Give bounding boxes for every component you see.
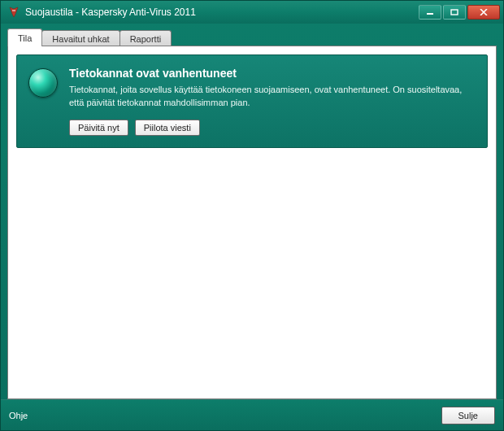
- tab-panel: Tietokannat ovat vanhentuneet Tietokanna…: [7, 46, 497, 399]
- svg-rect-0: [427, 13, 433, 15]
- alert-heading: Tietokannat ovat vanhentuneet: [69, 67, 474, 80]
- help-link[interactable]: Ohje: [9, 411, 441, 420]
- window-controls: [419, 5, 500, 20]
- minimize-button[interactable]: [419, 5, 441, 20]
- alert-box: Tietokannat ovat vanhentuneet Tietokanna…: [16, 54, 488, 148]
- tabs-row: Tila Havaitut uhkat Raportti: [7, 28, 497, 46]
- tab-detected-threats[interactable]: Havaitut uhkat: [41, 30, 119, 46]
- tab-report[interactable]: Raportti: [119, 30, 172, 46]
- svg-rect-1: [451, 10, 458, 15]
- maximize-button[interactable]: [443, 5, 466, 20]
- tab-label: Tila: [18, 33, 32, 43]
- hide-message-button[interactable]: Piilota viesti: [135, 120, 200, 136]
- tab-status[interactable]: Tila: [7, 28, 42, 46]
- tab-label: Havaitut uhkat: [52, 34, 109, 44]
- close-window-button[interactable]: [467, 5, 500, 20]
- alert-body: Tietokannat, joita sovellus käyttää tiet…: [69, 84, 474, 110]
- status-orb-icon: [28, 68, 58, 98]
- content-area: Tila Havaitut uhkat Raportti Tietokannat…: [7, 28, 497, 399]
- titlebar[interactable]: Suojaustila - Kaspersky Anti-Virus 2011: [1, 1, 503, 24]
- footer: Ohje Sulje: [1, 399, 503, 430]
- alert-buttons: Päivitä nyt Piilota viesti: [69, 120, 474, 136]
- tab-label: Raportti: [130, 34, 162, 44]
- app-icon: [7, 6, 20, 19]
- alert-text: Tietokannat ovat vanhentuneet Tietokanna…: [69, 67, 474, 136]
- close-button[interactable]: Sulje: [441, 407, 495, 424]
- app-window: Suojaustila - Kaspersky Anti-Virus 2011 …: [0, 0, 504, 431]
- update-now-button[interactable]: Päivitä nyt: [69, 120, 128, 136]
- window-title: Suojaustila - Kaspersky Anti-Virus 2011: [25, 7, 419, 18]
